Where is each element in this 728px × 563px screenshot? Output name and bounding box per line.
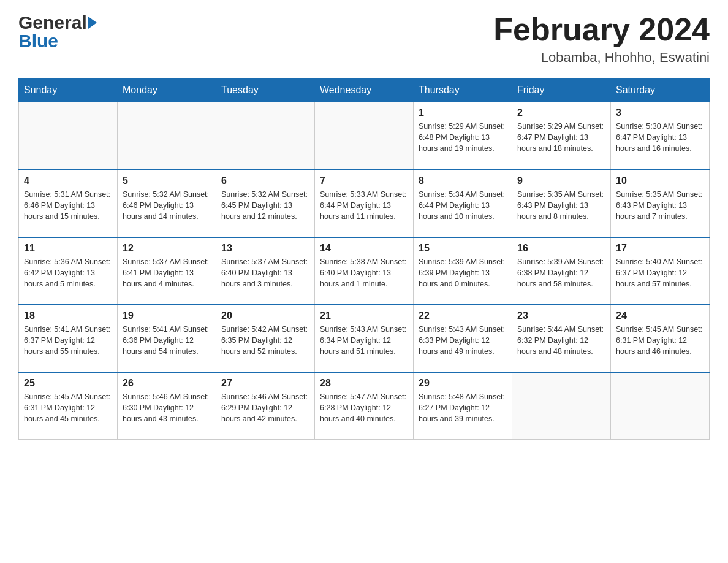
day-number: 27 [221,378,309,389]
day-number: 13 [221,243,309,254]
calendar-cell: 19Sunrise: 5:41 AM Sunset: 6:36 PM Dayli… [118,305,216,372]
calendar-cell: 7Sunrise: 5:33 AM Sunset: 6:44 PM Daylig… [315,170,414,237]
calendar-cell [19,102,118,170]
column-header-thursday: Thursday [414,79,512,102]
day-info: Sunrise: 5:46 AM Sunset: 6:29 PM Dayligh… [221,391,309,424]
calendar-cell: 25Sunrise: 5:45 AM Sunset: 6:31 PM Dayli… [19,372,118,440]
calendar-week-row: 18Sunrise: 5:41 AM Sunset: 6:37 PM Dayli… [19,305,710,372]
day-info: Sunrise: 5:29 AM Sunset: 6:47 PM Dayligh… [517,121,605,154]
calendar-cell: 1Sunrise: 5:29 AM Sunset: 6:48 PM Daylig… [414,102,512,170]
logo: General Blue [18,12,98,52]
day-info: Sunrise: 5:39 AM Sunset: 6:39 PM Dayligh… [419,256,507,289]
day-number: 29 [419,378,507,389]
day-number: 21 [320,310,408,321]
calendar-week-row: 1Sunrise: 5:29 AM Sunset: 6:48 PM Daylig… [19,102,710,170]
day-number: 4 [24,175,112,186]
day-info: Sunrise: 5:39 AM Sunset: 6:38 PM Dayligh… [517,256,605,289]
day-info: Sunrise: 5:41 AM Sunset: 6:36 PM Dayligh… [123,324,211,357]
day-number: 12 [123,243,211,254]
day-info: Sunrise: 5:32 AM Sunset: 6:46 PM Dayligh… [123,189,211,222]
day-info: Sunrise: 5:31 AM Sunset: 6:46 PM Dayligh… [24,189,112,222]
calendar-cell: 10Sunrise: 5:35 AM Sunset: 6:43 PM Dayli… [611,170,710,237]
day-info: Sunrise: 5:34 AM Sunset: 6:44 PM Dayligh… [419,189,507,222]
day-info: Sunrise: 5:33 AM Sunset: 6:44 PM Dayligh… [320,189,408,222]
day-info: Sunrise: 5:37 AM Sunset: 6:40 PM Dayligh… [221,256,309,289]
calendar-week-row: 4Sunrise: 5:31 AM Sunset: 6:46 PM Daylig… [19,170,710,237]
day-info: Sunrise: 5:35 AM Sunset: 6:43 PM Dayligh… [616,189,704,222]
page-header: General Blue February 2024 Lobamba, Hhoh… [18,12,710,66]
day-number: 1 [419,107,507,118]
day-info: Sunrise: 5:48 AM Sunset: 6:27 PM Dayligh… [419,391,507,424]
calendar-cell: 27Sunrise: 5:46 AM Sunset: 6:29 PM Dayli… [216,372,315,440]
day-number: 3 [616,107,704,118]
calendar-cell [315,102,414,170]
calendar-cell: 20Sunrise: 5:42 AM Sunset: 6:35 PM Dayli… [216,305,315,372]
column-header-friday: Friday [512,79,611,102]
calendar-cell: 11Sunrise: 5:36 AM Sunset: 6:42 PM Dayli… [19,237,118,305]
day-info: Sunrise: 5:43 AM Sunset: 6:34 PM Dayligh… [320,324,408,357]
calendar-cell: 2Sunrise: 5:29 AM Sunset: 6:47 PM Daylig… [512,102,611,170]
day-number: 15 [419,243,507,254]
calendar-cell: 9Sunrise: 5:35 AM Sunset: 6:43 PM Daylig… [512,170,611,237]
day-info: Sunrise: 5:37 AM Sunset: 6:41 PM Dayligh… [123,256,211,289]
calendar-cell: 17Sunrise: 5:40 AM Sunset: 6:37 PM Dayli… [611,237,710,305]
calendar-cell: 6Sunrise: 5:32 AM Sunset: 6:45 PM Daylig… [216,170,315,237]
calendar-cell: 22Sunrise: 5:43 AM Sunset: 6:33 PM Dayli… [414,305,512,372]
day-info: Sunrise: 5:45 AM Sunset: 6:31 PM Dayligh… [616,324,704,357]
day-info: Sunrise: 5:29 AM Sunset: 6:48 PM Dayligh… [419,121,507,154]
calendar-cell: 4Sunrise: 5:31 AM Sunset: 6:46 PM Daylig… [19,170,118,237]
day-info: Sunrise: 5:30 AM Sunset: 6:47 PM Dayligh… [616,121,704,154]
day-info: Sunrise: 5:43 AM Sunset: 6:33 PM Dayligh… [419,324,507,357]
day-number: 20 [221,310,309,321]
calendar-cell: 3Sunrise: 5:30 AM Sunset: 6:47 PM Daylig… [611,102,710,170]
day-info: Sunrise: 5:42 AM Sunset: 6:35 PM Dayligh… [221,324,309,357]
calendar-cell: 26Sunrise: 5:46 AM Sunset: 6:30 PM Dayli… [118,372,216,440]
calendar-cell: 24Sunrise: 5:45 AM Sunset: 6:31 PM Dayli… [611,305,710,372]
title-section: February 2024 Lobamba, Hhohho, Eswatini [493,12,710,66]
location-title: Lobamba, Hhohho, Eswatini [493,50,710,66]
column-header-saturday: Saturday [611,79,710,102]
calendar-cell: 23Sunrise: 5:44 AM Sunset: 6:32 PM Dayli… [512,305,611,372]
day-number: 7 [320,175,408,186]
calendar-header-row: SundayMondayTuesdayWednesdayThursdayFrid… [19,79,710,102]
calendar-cell: 18Sunrise: 5:41 AM Sunset: 6:37 PM Dayli… [19,305,118,372]
day-info: Sunrise: 5:44 AM Sunset: 6:32 PM Dayligh… [517,324,605,357]
calendar-cell [216,102,315,170]
day-number: 23 [517,310,605,321]
day-info: Sunrise: 5:46 AM Sunset: 6:30 PM Dayligh… [123,391,211,424]
day-number: 22 [419,310,507,321]
day-info: Sunrise: 5:47 AM Sunset: 6:28 PM Dayligh… [320,391,408,424]
calendar-cell: 29Sunrise: 5:48 AM Sunset: 6:27 PM Dayli… [414,372,512,440]
logo-blue-text: Blue [18,31,58,52]
calendar-cell: 13Sunrise: 5:37 AM Sunset: 6:40 PM Dayli… [216,237,315,305]
day-number: 14 [320,243,408,254]
column-header-wednesday: Wednesday [315,79,414,102]
column-header-tuesday: Tuesday [216,79,315,102]
day-number: 8 [419,175,507,186]
calendar-week-row: 11Sunrise: 5:36 AM Sunset: 6:42 PM Dayli… [19,237,710,305]
column-header-sunday: Sunday [19,79,118,102]
calendar-week-row: 25Sunrise: 5:45 AM Sunset: 6:31 PM Dayli… [19,372,710,440]
day-info: Sunrise: 5:32 AM Sunset: 6:45 PM Dayligh… [221,189,309,222]
calendar-cell: 14Sunrise: 5:38 AM Sunset: 6:40 PM Dayli… [315,237,414,305]
day-number: 26 [123,378,211,389]
calendar-cell: 28Sunrise: 5:47 AM Sunset: 6:28 PM Dayli… [315,372,414,440]
calendar-cell: 15Sunrise: 5:39 AM Sunset: 6:39 PM Dayli… [414,237,512,305]
calendar-cell: 12Sunrise: 5:37 AM Sunset: 6:41 PM Dayli… [118,237,216,305]
day-number: 2 [517,107,605,118]
day-info: Sunrise: 5:36 AM Sunset: 6:42 PM Dayligh… [24,256,112,289]
calendar-table: SundayMondayTuesdayWednesdayThursdayFrid… [18,78,710,440]
calendar-cell: 5Sunrise: 5:32 AM Sunset: 6:46 PM Daylig… [118,170,216,237]
day-number: 16 [517,243,605,254]
day-number: 28 [320,378,408,389]
day-number: 19 [123,310,211,321]
day-info: Sunrise: 5:45 AM Sunset: 6:31 PM Dayligh… [24,391,112,424]
day-info: Sunrise: 5:35 AM Sunset: 6:43 PM Dayligh… [517,189,605,222]
day-number: 6 [221,175,309,186]
day-info: Sunrise: 5:40 AM Sunset: 6:37 PM Dayligh… [616,256,704,289]
calendar-cell [512,372,611,440]
calendar-cell [611,372,710,440]
calendar-cell: 8Sunrise: 5:34 AM Sunset: 6:44 PM Daylig… [414,170,512,237]
logo-arrow-icon [88,17,97,29]
month-title: February 2024 [493,12,710,47]
